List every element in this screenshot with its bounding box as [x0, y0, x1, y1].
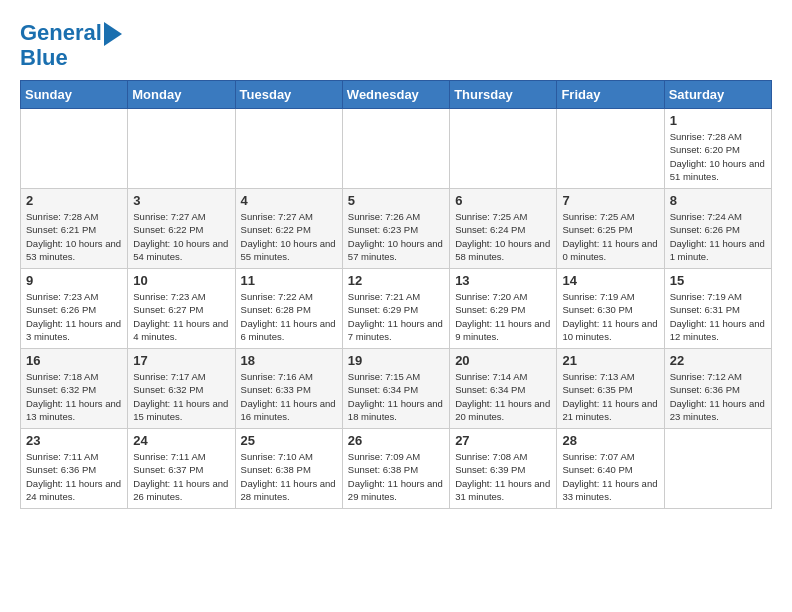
day-number: 27 [455, 433, 551, 448]
day-number: 25 [241, 433, 337, 448]
calendar-cell: 11Sunrise: 7:22 AM Sunset: 6:28 PM Dayli… [235, 269, 342, 349]
day-number: 8 [670, 193, 766, 208]
calendar-cell: 4Sunrise: 7:27 AM Sunset: 6:22 PM Daylig… [235, 189, 342, 269]
cell-info: Sunrise: 7:15 AM Sunset: 6:34 PM Dayligh… [348, 370, 444, 423]
calendar-cell: 20Sunrise: 7:14 AM Sunset: 6:34 PM Dayli… [450, 349, 557, 429]
col-header-monday: Monday [128, 81, 235, 109]
cell-info: Sunrise: 7:14 AM Sunset: 6:34 PM Dayligh… [455, 370, 551, 423]
cell-info: Sunrise: 7:07 AM Sunset: 6:40 PM Dayligh… [562, 450, 658, 503]
cell-info: Sunrise: 7:11 AM Sunset: 6:37 PM Dayligh… [133, 450, 229, 503]
cell-info: Sunrise: 7:17 AM Sunset: 6:32 PM Dayligh… [133, 370, 229, 423]
cell-info: Sunrise: 7:21 AM Sunset: 6:29 PM Dayligh… [348, 290, 444, 343]
calendar-cell: 23Sunrise: 7:11 AM Sunset: 6:36 PM Dayli… [21, 429, 128, 509]
calendar-cell: 19Sunrise: 7:15 AM Sunset: 6:34 PM Dayli… [342, 349, 449, 429]
cell-info: Sunrise: 7:08 AM Sunset: 6:39 PM Dayligh… [455, 450, 551, 503]
cell-info: Sunrise: 7:18 AM Sunset: 6:32 PM Dayligh… [26, 370, 122, 423]
day-number: 7 [562, 193, 658, 208]
day-number: 26 [348, 433, 444, 448]
calendar-cell [450, 109, 557, 189]
day-number: 17 [133, 353, 229, 368]
day-number: 20 [455, 353, 551, 368]
logo-arrow-icon [104, 22, 122, 46]
calendar-cell: 12Sunrise: 7:21 AM Sunset: 6:29 PM Dayli… [342, 269, 449, 349]
day-number: 13 [455, 273, 551, 288]
cell-info: Sunrise: 7:09 AM Sunset: 6:38 PM Dayligh… [348, 450, 444, 503]
calendar-cell: 7Sunrise: 7:25 AM Sunset: 6:25 PM Daylig… [557, 189, 664, 269]
calendar-week-row: 1Sunrise: 7:28 AM Sunset: 6:20 PM Daylig… [21, 109, 772, 189]
day-number: 6 [455, 193, 551, 208]
day-number: 18 [241, 353, 337, 368]
cell-info: Sunrise: 7:24 AM Sunset: 6:26 PM Dayligh… [670, 210, 766, 263]
cell-info: Sunrise: 7:25 AM Sunset: 6:25 PM Dayligh… [562, 210, 658, 263]
calendar-cell: 14Sunrise: 7:19 AM Sunset: 6:30 PM Dayli… [557, 269, 664, 349]
cell-info: Sunrise: 7:23 AM Sunset: 6:27 PM Dayligh… [133, 290, 229, 343]
calendar-cell: 15Sunrise: 7:19 AM Sunset: 6:31 PM Dayli… [664, 269, 771, 349]
day-number: 15 [670, 273, 766, 288]
calendar-cell: 1Sunrise: 7:28 AM Sunset: 6:20 PM Daylig… [664, 109, 771, 189]
cell-info: Sunrise: 7:11 AM Sunset: 6:36 PM Dayligh… [26, 450, 122, 503]
col-header-friday: Friday [557, 81, 664, 109]
calendar-cell: 18Sunrise: 7:16 AM Sunset: 6:33 PM Dayli… [235, 349, 342, 429]
calendar-cell: 27Sunrise: 7:08 AM Sunset: 6:39 PM Dayli… [450, 429, 557, 509]
calendar-cell: 6Sunrise: 7:25 AM Sunset: 6:24 PM Daylig… [450, 189, 557, 269]
day-number: 2 [26, 193, 122, 208]
cell-info: Sunrise: 7:10 AM Sunset: 6:38 PM Dayligh… [241, 450, 337, 503]
cell-info: Sunrise: 7:20 AM Sunset: 6:29 PM Dayligh… [455, 290, 551, 343]
calendar-cell: 9Sunrise: 7:23 AM Sunset: 6:26 PM Daylig… [21, 269, 128, 349]
cell-info: Sunrise: 7:12 AM Sunset: 6:36 PM Dayligh… [670, 370, 766, 423]
calendar-cell: 21Sunrise: 7:13 AM Sunset: 6:35 PM Dayli… [557, 349, 664, 429]
calendar-cell: 13Sunrise: 7:20 AM Sunset: 6:29 PM Dayli… [450, 269, 557, 349]
calendar-week-row: 23Sunrise: 7:11 AM Sunset: 6:36 PM Dayli… [21, 429, 772, 509]
calendar-cell [342, 109, 449, 189]
calendar-cell: 8Sunrise: 7:24 AM Sunset: 6:26 PM Daylig… [664, 189, 771, 269]
cell-info: Sunrise: 7:27 AM Sunset: 6:22 PM Dayligh… [133, 210, 229, 263]
calendar-cell: 2Sunrise: 7:28 AM Sunset: 6:21 PM Daylig… [21, 189, 128, 269]
day-number: 4 [241, 193, 337, 208]
calendar-cell [235, 109, 342, 189]
cell-info: Sunrise: 7:26 AM Sunset: 6:23 PM Dayligh… [348, 210, 444, 263]
cell-info: Sunrise: 7:16 AM Sunset: 6:33 PM Dayligh… [241, 370, 337, 423]
calendar-cell: 26Sunrise: 7:09 AM Sunset: 6:38 PM Dayli… [342, 429, 449, 509]
day-number: 1 [670, 113, 766, 128]
day-number: 16 [26, 353, 122, 368]
calendar-cell: 10Sunrise: 7:23 AM Sunset: 6:27 PM Dayli… [128, 269, 235, 349]
day-number: 9 [26, 273, 122, 288]
col-header-wednesday: Wednesday [342, 81, 449, 109]
day-number: 24 [133, 433, 229, 448]
logo-text-general: General [20, 21, 102, 45]
calendar-cell: 17Sunrise: 7:17 AM Sunset: 6:32 PM Dayli… [128, 349, 235, 429]
cell-info: Sunrise: 7:19 AM Sunset: 6:30 PM Dayligh… [562, 290, 658, 343]
day-number: 12 [348, 273, 444, 288]
col-header-sunday: Sunday [21, 81, 128, 109]
page-header: General Blue [20, 20, 772, 70]
calendar-week-row: 9Sunrise: 7:23 AM Sunset: 6:26 PM Daylig… [21, 269, 772, 349]
calendar-table: SundayMondayTuesdayWednesdayThursdayFrid… [20, 80, 772, 509]
cell-info: Sunrise: 7:22 AM Sunset: 6:28 PM Dayligh… [241, 290, 337, 343]
calendar-cell: 22Sunrise: 7:12 AM Sunset: 6:36 PM Dayli… [664, 349, 771, 429]
cell-info: Sunrise: 7:13 AM Sunset: 6:35 PM Dayligh… [562, 370, 658, 423]
logo: General Blue [20, 20, 122, 70]
cell-info: Sunrise: 7:23 AM Sunset: 6:26 PM Dayligh… [26, 290, 122, 343]
cell-info: Sunrise: 7:28 AM Sunset: 6:21 PM Dayligh… [26, 210, 122, 263]
day-number: 11 [241, 273, 337, 288]
day-number: 3 [133, 193, 229, 208]
cell-info: Sunrise: 7:25 AM Sunset: 6:24 PM Dayligh… [455, 210, 551, 263]
cell-info: Sunrise: 7:19 AM Sunset: 6:31 PM Dayligh… [670, 290, 766, 343]
col-header-saturday: Saturday [664, 81, 771, 109]
col-header-tuesday: Tuesday [235, 81, 342, 109]
cell-info: Sunrise: 7:28 AM Sunset: 6:20 PM Dayligh… [670, 130, 766, 183]
day-number: 14 [562, 273, 658, 288]
cell-info: Sunrise: 7:27 AM Sunset: 6:22 PM Dayligh… [241, 210, 337, 263]
calendar-header-row: SundayMondayTuesdayWednesdayThursdayFrid… [21, 81, 772, 109]
calendar-week-row: 2Sunrise: 7:28 AM Sunset: 6:21 PM Daylig… [21, 189, 772, 269]
calendar-cell [557, 109, 664, 189]
day-number: 28 [562, 433, 658, 448]
calendar-cell: 25Sunrise: 7:10 AM Sunset: 6:38 PM Dayli… [235, 429, 342, 509]
calendar-cell: 5Sunrise: 7:26 AM Sunset: 6:23 PM Daylig… [342, 189, 449, 269]
calendar-cell [21, 109, 128, 189]
day-number: 19 [348, 353, 444, 368]
calendar-cell [128, 109, 235, 189]
calendar-cell: 28Sunrise: 7:07 AM Sunset: 6:40 PM Dayli… [557, 429, 664, 509]
day-number: 21 [562, 353, 658, 368]
day-number: 10 [133, 273, 229, 288]
